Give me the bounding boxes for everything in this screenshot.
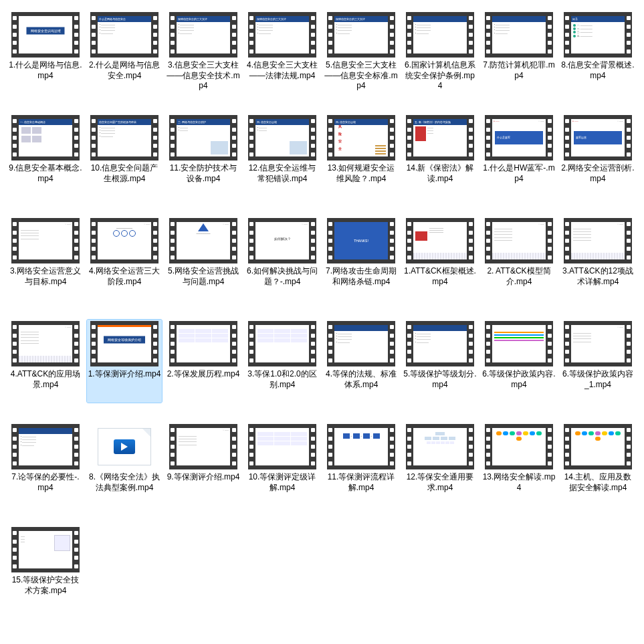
file-item[interactable]: 14.主机、应用及数据安全解读.mp4 bbox=[560, 423, 635, 506]
video-thumbnail: • ———————• ———————• ———————• —————— bbox=[485, 12, 553, 58]
video-thumbnail: THANKS! bbox=[327, 218, 395, 263]
file-item[interactable]: 8.《网络安全法》执法典型案例.mp4 bbox=[87, 423, 162, 506]
file-item[interactable]: 网络安全意识与运维1.什么是网络与信息.mp4 bbox=[8, 11, 83, 94]
file-item[interactable]: 保障信息安全的三大支柱• ———————• ———————• ———————• … bbox=[166, 11, 241, 94]
file-item[interactable]: 四. 信息安全运维• ————• ————12.信息安全运维与常犯错误.mp4 bbox=[245, 114, 320, 197]
file-name-label: 3.网络安全运营意义与目标.mp4 bbox=[9, 266, 82, 298]
video-thumbnail: • ———————• ———————• ———————• —————— bbox=[406, 321, 474, 366]
file-item[interactable]: • ———————• ———————• ———————• ——————5.等级保… bbox=[403, 320, 477, 403]
video-thumbnail: • ———————• ———————• ———————• —————— bbox=[327, 321, 395, 366]
file-name-label: 9.等保测评介绍.mp4 bbox=[167, 472, 240, 504]
file-name-label: 2. ATT&CK模型简介.mp4 bbox=[482, 266, 556, 298]
file-item[interactable]: 什么是网络与信息安全• ———————• ———————• ———————• —… bbox=[87, 11, 162, 94]
video-thumbnail: 目录一. ——————二. ——————三. ——————四. —————— bbox=[564, 12, 632, 58]
file-name-label: 3.等保1.0和2.0的区别.mp4 bbox=[245, 369, 319, 401]
file-name-label: 11.等保测评流程详解.mp4 bbox=[324, 472, 398, 504]
video-thumbnail: ● ——○ ——蓝军运营 bbox=[564, 115, 632, 160]
file-item[interactable]: 目录一. ——————二. ——————三. ——————四. ——————8.… bbox=[560, 11, 635, 94]
file-item[interactable]: • ———————• ———————• ———————• ——————6.国家计… bbox=[403, 11, 477, 94]
video-thumbnail bbox=[90, 424, 158, 469]
file-item[interactable]: ○ ——————————————————————————————————————… bbox=[8, 217, 83, 300]
file-item[interactable]: 12.等保安全通用要求.mp4 bbox=[403, 423, 477, 506]
file-name-label: 8.《网络安全法》执法典型案例.mp4 bbox=[88, 472, 161, 504]
file-name-label: 6.如何解决挑战与问题？-.mp4 bbox=[245, 266, 319, 298]
file-item[interactable]: • ———————• ———————• ———————• ——————4.等保的… bbox=[324, 320, 399, 403]
file-item[interactable]: ——————15.等级保护安全技术方案.mp4 bbox=[8, 526, 83, 609]
video-thumbnail: ○ —————————————————————————————————————— bbox=[564, 321, 632, 366]
file-name-label: 1.ATT&CK框架概述.mp4 bbox=[403, 266, 477, 298]
file-item[interactable]: 三. 网络与信息安全防护• ————• ————11.安全防护技术与设备.mp4 bbox=[166, 114, 241, 197]
file-item[interactable]: ○ ——如何解决？6.如何解决挑战与问题？-.mp4 bbox=[245, 217, 320, 300]
file-name-label: 7.论等保的必要性-.mp4 bbox=[9, 472, 82, 504]
file-item[interactable]: • ———————• ———————• ———————• ——————7.防范计… bbox=[481, 11, 556, 94]
video-thumbnail: 保障信息安全的三大支柱• ———————• ———————• ———————• … bbox=[248, 12, 316, 58]
file-name-label: 7.防范计算机犯罪.mp4 bbox=[482, 60, 556, 92]
file-item[interactable]: →→→11.等保测评流程详解.mp4 bbox=[324, 423, 399, 506]
file-item[interactable]: 10.等保测评定级详解.mp4 bbox=[245, 423, 320, 506]
file-name-label: 14.主机、应用及数据安全解读.mp4 bbox=[561, 472, 635, 504]
file-item[interactable]: 五. 新《保密法》的内容与实施—————————14.新《保密法》解读.mp4 bbox=[403, 114, 477, 197]
video-thumbnail: ● ——○ ——什么是蓝军 bbox=[485, 115, 553, 160]
file-item[interactable]: —————————————————————1.ATT&CK框架概述.mp4 bbox=[403, 217, 477, 300]
video-thumbnail: 五. 新《保密法》的内容与实施————————— bbox=[406, 115, 474, 160]
video-thumbnail: • ———————• ———————• ———————• —————— bbox=[406, 12, 474, 58]
file-item[interactable]: THANKS!7.网络攻击生命周期和网络杀链.mp4 bbox=[324, 217, 399, 300]
video-thumbnail bbox=[169, 321, 237, 366]
file-name-label: 12.信息安全运维与常犯错误.mp4 bbox=[245, 163, 319, 195]
video-thumbnail bbox=[248, 321, 316, 366]
file-item[interactable]: 13.网络安全解读.mp4 bbox=[481, 423, 556, 506]
file-name-label: 5.信息安全三大支柱——信息安全标准.mp4 bbox=[324, 60, 398, 92]
file-name-label: 12.等保安全通用要求.mp4 bbox=[403, 472, 477, 504]
video-thumbnail: →→→ bbox=[327, 424, 395, 469]
video-thumbnail: ○ —————————————————————————————————————— bbox=[169, 424, 237, 469]
video-thumbnail: ○ ——————————————————————————————————————… bbox=[564, 218, 632, 263]
file-name-label: 2.什么是网络与信息安全.mp4 bbox=[88, 60, 161, 92]
file-item[interactable]: 6.等级保护政策内容.mp4 bbox=[481, 320, 556, 403]
file-name-label: 4.网络安全运营三大阶段.mp4 bbox=[88, 266, 161, 298]
video-thumbnail: ○ ——————————————————————————————————————… bbox=[11, 321, 80, 366]
video-thumbnail: • ———————• ———————• ———————• —————— bbox=[11, 424, 80, 469]
file-name-label: 3.信息安全三大支柱——信息安全技术.mp4 bbox=[167, 60, 240, 92]
file-name-label: 1.等保测评介绍.mp4 bbox=[88, 369, 161, 401]
file-item[interactable]: 四. 信息安全运维风险安全13.如何规避安全运维风险？.mp4 bbox=[324, 114, 399, 197]
file-item[interactable]: • ———————• ———————• ———————• ——————7.论等保… bbox=[8, 423, 83, 506]
video-thumbnail: ○ —————————————————————————————————————— bbox=[11, 218, 80, 263]
file-item[interactable]: ○ ——————————————————————————————————————… bbox=[560, 217, 635, 300]
video-thumbnail: 三. 网络与信息安全防护• ————• ———— bbox=[169, 115, 237, 160]
file-name-label: 13.网络安全解读.mp4 bbox=[482, 472, 556, 504]
file-item[interactable]: 保障信息安全的三大支柱• ———————• ———————• ———————• … bbox=[245, 11, 320, 94]
file-name-label: 11.安全防护技术与设备.mp4 bbox=[167, 163, 240, 195]
file-item[interactable]: 3.等保1.0和2.0的区别.mp4 bbox=[245, 320, 320, 403]
file-item[interactable]: 一. 信息安全基础概念9.信息安全基本概念.mp4 bbox=[8, 114, 83, 197]
video-thumbnail: ○ ————————— bbox=[169, 218, 237, 263]
file-item[interactable]: ● ——○ ——蓝军运营2.网络安全运营剖析.mp4 bbox=[560, 114, 635, 197]
file-name-label: 6.国家计算机信息系统安全保护条例.mp4 bbox=[403, 60, 477, 92]
video-thumbnail: 网络安全等级保护介绍 bbox=[90, 321, 158, 366]
file-name-label: 15.等级保护安全技术方案.mp4 bbox=[9, 575, 82, 607]
file-item[interactable]: 2.等保发展历程.mp4 bbox=[166, 320, 241, 403]
video-thumbnail: 保障信息安全的三大支柱• ———————• ———————• ———————• … bbox=[169, 12, 237, 58]
file-name-label: 5.网络安全运营挑战与问题.mp4 bbox=[167, 266, 240, 298]
video-thumbnail: ○ ——————————————————————————————————————… bbox=[485, 218, 553, 263]
video-thumbnail bbox=[406, 424, 474, 469]
video-thumbnail bbox=[485, 321, 553, 366]
file-name-label: 4.信息安全三大支柱——法律法规.mp4 bbox=[245, 60, 319, 92]
file-item[interactable]: 保障信息安全的三大支柱• ———————• ———————• ———————• … bbox=[324, 11, 399, 94]
file-name-label: 3.ATT&CK的12项战术详解.mp4 bbox=[561, 266, 635, 298]
file-name-label: 13.如何规避安全运维风险？.mp4 bbox=[324, 163, 398, 195]
file-item[interactable]: ○ ——————————————————————————————————————… bbox=[560, 320, 635, 403]
file-name-label: 14.新《保密法》解读.mp4 bbox=[403, 163, 477, 195]
file-name-label: 1.什么是网络与信息.mp4 bbox=[9, 60, 82, 92]
video-thumbnail: 四. 信息安全运维风险安全 bbox=[327, 115, 395, 160]
file-item[interactable]: ○ ——————————4.网络安全运营三大阶段.mp4 bbox=[87, 217, 162, 300]
file-item[interactable]: ○ —————————5.网络安全运营挑战与问题.mp4 bbox=[166, 217, 241, 300]
file-item[interactable]: ○ ——————————————————————————————————————… bbox=[166, 423, 241, 506]
file-name-label: 8.信息安全背景概述.mp4 bbox=[561, 60, 635, 92]
file-item[interactable]: ● ——○ ——什么是蓝军1.什么是HW蓝军-.mp4 bbox=[481, 114, 556, 197]
video-thumbnail: ○ ——如何解决？ bbox=[248, 218, 316, 263]
file-item[interactable]: ○ ——————————————————————————————————————… bbox=[481, 217, 556, 300]
file-name-label: 10.信息安全问题产生根源.mp4 bbox=[88, 163, 161, 195]
file-item[interactable]: ○ ——————————————————————————————————————… bbox=[8, 320, 83, 403]
file-item[interactable]: 网络安全等级保护介绍1.等保测评介绍.mp4 bbox=[87, 320, 162, 403]
file-item[interactable]: 信息安全问题产生的根源与种类• ———————• ———————• ——————… bbox=[87, 114, 162, 197]
